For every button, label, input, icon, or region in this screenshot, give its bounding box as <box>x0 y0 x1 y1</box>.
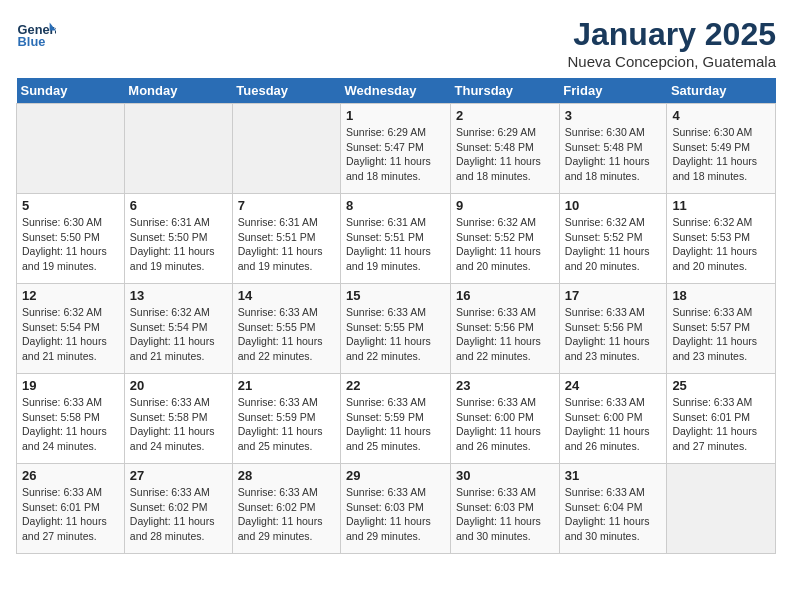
day-of-week-header: Sunday <box>17 78 125 104</box>
svg-text:Blue: Blue <box>18 34 46 49</box>
day-info: Sunrise: 6:33 AM Sunset: 5:59 PM Dayligh… <box>346 395 445 454</box>
day-number: 10 <box>565 198 662 213</box>
calendar-week-row: 12Sunrise: 6:32 AM Sunset: 5:54 PM Dayli… <box>17 284 776 374</box>
day-of-week-header: Tuesday <box>232 78 340 104</box>
calendar-cell: 25Sunrise: 6:33 AM Sunset: 6:01 PM Dayli… <box>667 374 776 464</box>
day-info: Sunrise: 6:33 AM Sunset: 6:01 PM Dayligh… <box>672 395 770 454</box>
day-info: Sunrise: 6:33 AM Sunset: 6:03 PM Dayligh… <box>346 485 445 544</box>
day-info: Sunrise: 6:33 AM Sunset: 6:02 PM Dayligh… <box>130 485 227 544</box>
day-number: 15 <box>346 288 445 303</box>
calendar-cell: 7Sunrise: 6:31 AM Sunset: 5:51 PM Daylig… <box>232 194 340 284</box>
day-info: Sunrise: 6:33 AM Sunset: 5:58 PM Dayligh… <box>130 395 227 454</box>
day-info: Sunrise: 6:33 AM Sunset: 6:03 PM Dayligh… <box>456 485 554 544</box>
day-number: 9 <box>456 198 554 213</box>
calendar-week-row: 1Sunrise: 6:29 AM Sunset: 5:47 PM Daylig… <box>17 104 776 194</box>
day-number: 11 <box>672 198 770 213</box>
calendar-cell: 30Sunrise: 6:33 AM Sunset: 6:03 PM Dayli… <box>451 464 560 554</box>
calendar-cell: 14Sunrise: 6:33 AM Sunset: 5:55 PM Dayli… <box>232 284 340 374</box>
day-info: Sunrise: 6:30 AM Sunset: 5:50 PM Dayligh… <box>22 215 119 274</box>
day-number: 29 <box>346 468 445 483</box>
day-number: 8 <box>346 198 445 213</box>
day-info: Sunrise: 6:31 AM Sunset: 5:51 PM Dayligh… <box>346 215 445 274</box>
calendar-cell: 17Sunrise: 6:33 AM Sunset: 5:56 PM Dayli… <box>559 284 667 374</box>
day-info: Sunrise: 6:32 AM Sunset: 5:52 PM Dayligh… <box>565 215 662 274</box>
day-info: Sunrise: 6:33 AM Sunset: 6:02 PM Dayligh… <box>238 485 335 544</box>
day-number: 18 <box>672 288 770 303</box>
day-number: 31 <box>565 468 662 483</box>
day-number: 12 <box>22 288 119 303</box>
calendar-cell: 2Sunrise: 6:29 AM Sunset: 5:48 PM Daylig… <box>451 104 560 194</box>
day-number: 2 <box>456 108 554 123</box>
calendar-cell: 3Sunrise: 6:30 AM Sunset: 5:48 PM Daylig… <box>559 104 667 194</box>
day-number: 22 <box>346 378 445 393</box>
calendar-cell <box>124 104 232 194</box>
day-number: 7 <box>238 198 335 213</box>
calendar-week-row: 26Sunrise: 6:33 AM Sunset: 6:01 PM Dayli… <box>17 464 776 554</box>
calendar-cell: 22Sunrise: 6:33 AM Sunset: 5:59 PM Dayli… <box>341 374 451 464</box>
calendar-cell: 5Sunrise: 6:30 AM Sunset: 5:50 PM Daylig… <box>17 194 125 284</box>
calendar-cell: 29Sunrise: 6:33 AM Sunset: 6:03 PM Dayli… <box>341 464 451 554</box>
day-info: Sunrise: 6:33 AM Sunset: 5:59 PM Dayligh… <box>238 395 335 454</box>
day-number: 16 <box>456 288 554 303</box>
day-info: Sunrise: 6:29 AM Sunset: 5:47 PM Dayligh… <box>346 125 445 184</box>
calendar-cell: 23Sunrise: 6:33 AM Sunset: 6:00 PM Dayli… <box>451 374 560 464</box>
day-of-week-header: Thursday <box>451 78 560 104</box>
calendar-cell: 13Sunrise: 6:32 AM Sunset: 5:54 PM Dayli… <box>124 284 232 374</box>
calendar-cell: 11Sunrise: 6:32 AM Sunset: 5:53 PM Dayli… <box>667 194 776 284</box>
day-of-week-header: Saturday <box>667 78 776 104</box>
calendar-cell: 6Sunrise: 6:31 AM Sunset: 5:50 PM Daylig… <box>124 194 232 284</box>
calendar-cell: 12Sunrise: 6:32 AM Sunset: 5:54 PM Dayli… <box>17 284 125 374</box>
logo-icon: General Blue <box>16 16 56 56</box>
day-info: Sunrise: 6:33 AM Sunset: 5:55 PM Dayligh… <box>346 305 445 364</box>
day-number: 20 <box>130 378 227 393</box>
calendar-cell: 15Sunrise: 6:33 AM Sunset: 5:55 PM Dayli… <box>341 284 451 374</box>
day-info: Sunrise: 6:33 AM Sunset: 5:56 PM Dayligh… <box>565 305 662 364</box>
header: General Blue January 2025 Nueva Concepci… <box>16 16 776 70</box>
calendar-cell: 31Sunrise: 6:33 AM Sunset: 6:04 PM Dayli… <box>559 464 667 554</box>
day-number: 30 <box>456 468 554 483</box>
title-area: January 2025 Nueva Concepcion, Guatemala <box>568 16 776 70</box>
day-number: 27 <box>130 468 227 483</box>
day-number: 23 <box>456 378 554 393</box>
day-number: 24 <box>565 378 662 393</box>
calendar-cell: 16Sunrise: 6:33 AM Sunset: 5:56 PM Dayli… <box>451 284 560 374</box>
day-number: 14 <box>238 288 335 303</box>
calendar-cell: 19Sunrise: 6:33 AM Sunset: 5:58 PM Dayli… <box>17 374 125 464</box>
day-info: Sunrise: 6:33 AM Sunset: 5:57 PM Dayligh… <box>672 305 770 364</box>
calendar-table: SundayMondayTuesdayWednesdayThursdayFrid… <box>16 78 776 554</box>
calendar-cell: 9Sunrise: 6:32 AM Sunset: 5:52 PM Daylig… <box>451 194 560 284</box>
day-number: 13 <box>130 288 227 303</box>
calendar-cell: 10Sunrise: 6:32 AM Sunset: 5:52 PM Dayli… <box>559 194 667 284</box>
calendar-week-row: 19Sunrise: 6:33 AM Sunset: 5:58 PM Dayli… <box>17 374 776 464</box>
calendar-cell <box>667 464 776 554</box>
day-info: Sunrise: 6:33 AM Sunset: 6:04 PM Dayligh… <box>565 485 662 544</box>
day-info: Sunrise: 6:33 AM Sunset: 5:58 PM Dayligh… <box>22 395 119 454</box>
calendar-cell <box>232 104 340 194</box>
day-number: 25 <box>672 378 770 393</box>
day-info: Sunrise: 6:30 AM Sunset: 5:48 PM Dayligh… <box>565 125 662 184</box>
calendar-cell: 21Sunrise: 6:33 AM Sunset: 5:59 PM Dayli… <box>232 374 340 464</box>
day-info: Sunrise: 6:31 AM Sunset: 5:50 PM Dayligh… <box>130 215 227 274</box>
day-number: 6 <box>130 198 227 213</box>
month-title: January 2025 <box>568 16 776 53</box>
calendar-cell <box>17 104 125 194</box>
day-info: Sunrise: 6:33 AM Sunset: 5:56 PM Dayligh… <box>456 305 554 364</box>
calendar-cell: 8Sunrise: 6:31 AM Sunset: 5:51 PM Daylig… <box>341 194 451 284</box>
day-number: 28 <box>238 468 335 483</box>
day-info: Sunrise: 6:33 AM Sunset: 6:00 PM Dayligh… <box>565 395 662 454</box>
calendar-cell: 4Sunrise: 6:30 AM Sunset: 5:49 PM Daylig… <box>667 104 776 194</box>
day-info: Sunrise: 6:32 AM Sunset: 5:53 PM Dayligh… <box>672 215 770 274</box>
day-number: 5 <box>22 198 119 213</box>
day-info: Sunrise: 6:31 AM Sunset: 5:51 PM Dayligh… <box>238 215 335 274</box>
calendar-cell: 18Sunrise: 6:33 AM Sunset: 5:57 PM Dayli… <box>667 284 776 374</box>
day-number: 21 <box>238 378 335 393</box>
day-of-week-header: Friday <box>559 78 667 104</box>
day-number: 19 <box>22 378 119 393</box>
calendar-cell: 24Sunrise: 6:33 AM Sunset: 6:00 PM Dayli… <box>559 374 667 464</box>
day-info: Sunrise: 6:33 AM Sunset: 6:01 PM Dayligh… <box>22 485 119 544</box>
day-number: 3 <box>565 108 662 123</box>
calendar-cell: 27Sunrise: 6:33 AM Sunset: 6:02 PM Dayli… <box>124 464 232 554</box>
day-info: Sunrise: 6:32 AM Sunset: 5:54 PM Dayligh… <box>130 305 227 364</box>
day-number: 17 <box>565 288 662 303</box>
day-info: Sunrise: 6:30 AM Sunset: 5:49 PM Dayligh… <box>672 125 770 184</box>
